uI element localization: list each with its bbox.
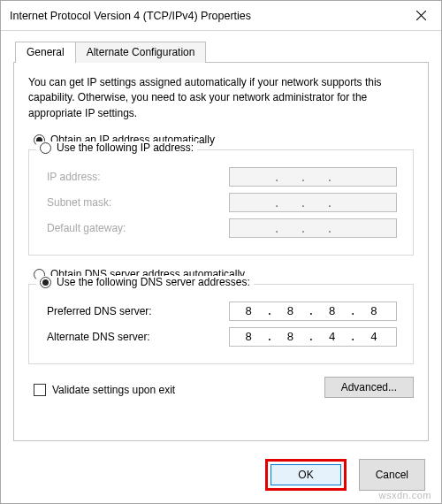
cancel-button[interactable]: Cancel xyxy=(359,459,425,491)
field-subnet: Subnet mask: ... xyxy=(47,193,397,212)
field-gateway: Default gateway: ... xyxy=(47,218,397,238)
dns-alternate-label: Alternate DNS server: xyxy=(47,331,150,343)
radio-dns-manual[interactable]: Use the following DNS server addresses: xyxy=(36,276,254,288)
radio-label: Use the following IP address: xyxy=(57,141,194,154)
dns-alternate-input[interactable]: 8 . 8 . 4 . 4 xyxy=(229,327,397,347)
ok-highlight: OK xyxy=(265,459,346,491)
advanced-button[interactable]: Advanced... xyxy=(324,377,414,398)
ok-button[interactable]: OK xyxy=(271,464,340,485)
subnet-label: Subnet mask: xyxy=(47,196,111,209)
window-title: Internet Protocol Version 4 (TCP/IPv4) P… xyxy=(10,10,400,22)
radio-icon xyxy=(40,142,51,154)
field-ip-address: IP address: ... xyxy=(47,167,397,187)
field-dns-alternate: Alternate DNS server: 8 . 8 . 4 . 4 xyxy=(47,327,397,347)
ip-address-input[interactable]: ... xyxy=(229,167,397,187)
close-button[interactable] xyxy=(400,1,441,30)
tab-general[interactable]: General xyxy=(15,42,76,63)
tab-strip: General Alternate Configuration xyxy=(15,42,429,63)
dns-preferred-input[interactable]: 8 . 8 . 8 . 8 xyxy=(229,302,397,321)
checkbox-icon xyxy=(34,384,46,396)
gateway-label: Default gateway: xyxy=(47,222,126,234)
advanced-row: Validate settings upon exit Advanced... xyxy=(28,377,414,398)
dns-preferred-label: Preferred DNS server: xyxy=(47,305,152,317)
dialog-footer: OK Cancel xyxy=(1,450,441,503)
ip-address-label: IP address: xyxy=(47,171,100,183)
dialog-window: Internet Protocol Version 4 (TCP/IPv4) P… xyxy=(0,0,442,504)
radio-ip-manual[interactable]: Use the following IP address: xyxy=(36,141,197,154)
radio-icon xyxy=(40,277,51,288)
dialog-content: General Alternate Configuration You can … xyxy=(1,31,441,450)
tab-panel-general: You can get IP settings assigned automat… xyxy=(13,62,429,441)
group-ip-manual: Use the following IP address: IP address… xyxy=(28,149,414,256)
radio-label: Use the following DNS server addresses: xyxy=(57,276,250,288)
titlebar: Internet Protocol Version 4 (TCP/IPv4) P… xyxy=(1,1,441,31)
gateway-input[interactable]: ... xyxy=(229,218,397,238)
field-dns-preferred: Preferred DNS server: 8 . 8 . 8 . 8 xyxy=(47,302,397,321)
watermark-text: wsxdn.com xyxy=(378,490,431,500)
validate-checkbox[interactable]: Validate settings upon exit xyxy=(34,384,175,396)
checkbox-label: Validate settings upon exit xyxy=(52,384,175,396)
close-icon xyxy=(416,11,426,20)
subnet-input[interactable]: ... xyxy=(229,193,397,212)
group-dns-manual: Use the following DNS server addresses: … xyxy=(28,284,414,364)
tab-alternate[interactable]: Alternate Configuration xyxy=(75,42,207,63)
description-text: You can get IP settings assigned automat… xyxy=(28,75,414,121)
